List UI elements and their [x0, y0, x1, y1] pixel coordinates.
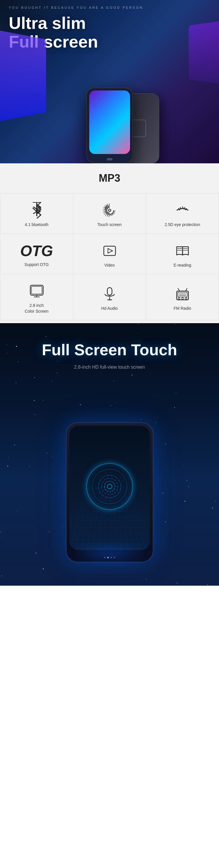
fingerprint-icon	[101, 202, 118, 218]
feature-screen-label: 2.8 inch Color Screen	[25, 303, 49, 314]
radio-icon	[175, 286, 191, 302]
device-screen	[89, 90, 130, 154]
feature-bluetooth: 4.1 bluetooth	[0, 193, 73, 234]
device-fs-body	[66, 422, 153, 562]
feature-audio-label: Hd Audio	[101, 306, 118, 311]
bluetooth-icon	[29, 202, 45, 218]
feature-hd-audio: Hd Audio	[73, 274, 146, 320]
feature-ereading-label: E-reading	[174, 262, 191, 268]
feature-touchscreen-label: Touch screen	[97, 222, 122, 228]
hero-accent-right	[189, 21, 219, 84]
features-grid: 4.1 bluetooth Touch screen	[0, 193, 219, 320]
svg-line-26	[185, 288, 187, 291]
svg-rect-27	[178, 292, 187, 297]
feature-ereading: E-reading	[146, 234, 219, 275]
feature-video-label: Video	[104, 262, 115, 268]
feature-fm-radio: FM Radio	[146, 274, 219, 320]
hero-title-line1: Ultra slim	[9, 13, 86, 32]
fingerprint-glow	[86, 463, 133, 510]
device-glow	[66, 545, 153, 562]
mic-icon	[101, 286, 118, 302]
svg-line-25	[178, 288, 180, 291]
hero-section: YOU BOUGHT IT BECAUSE YOU ARE A GOOD PER…	[0, 0, 219, 163]
fingerprint-lines	[86, 463, 133, 510]
feature-eye-label: 2.5D eye protection	[165, 222, 200, 228]
feature-color-screen: 2.8 inch Color Screen	[0, 274, 73, 320]
svg-line-3	[33, 212, 37, 214]
svg-rect-10	[104, 246, 116, 255]
hero-devices	[37, 46, 183, 163]
screen-icon	[29, 283, 45, 299]
svg-rect-21	[107, 287, 112, 295]
eye-icon	[175, 202, 191, 218]
svg-point-32	[185, 298, 187, 299]
feature-bluetooth-label: 4.1 bluetooth	[25, 222, 49, 228]
device-back-logo	[131, 120, 146, 137]
svg-marker-11	[108, 248, 113, 253]
device-home-button	[107, 158, 113, 160]
svg-rect-17	[31, 286, 42, 294]
feature-eye-protection: 2.5D eye protection	[146, 193, 219, 234]
svg-point-4	[108, 209, 111, 212]
svg-point-30	[178, 298, 180, 299]
features-title: MP3	[0, 172, 219, 184]
book-icon	[175, 243, 191, 259]
hero-tagline: YOU BOUGHT IT BECAUSE YOU ARE A GOOD PER…	[9, 6, 143, 9]
fullscreen-section: Full Screen Touch 2.8-inch HD full-view …	[0, 323, 219, 586]
svg-point-31	[182, 298, 183, 299]
feature-otg-label: Support OTG	[25, 262, 49, 268]
feature-video: Video	[73, 234, 146, 275]
features-section: MP3 4.1 bluetooth	[0, 163, 219, 323]
feature-touchscreen: Touch screen	[73, 193, 146, 234]
device-front	[86, 88, 133, 163]
device-fullscreen	[51, 393, 168, 562]
video-icon	[101, 243, 118, 259]
device-fs-screen	[69, 426, 150, 550]
svg-rect-16	[30, 285, 43, 295]
feature-radio-label: FM Radio	[174, 306, 191, 311]
feature-otg: OTG Support OTG	[0, 234, 73, 275]
otg-text-icon: OTG	[20, 243, 53, 258]
